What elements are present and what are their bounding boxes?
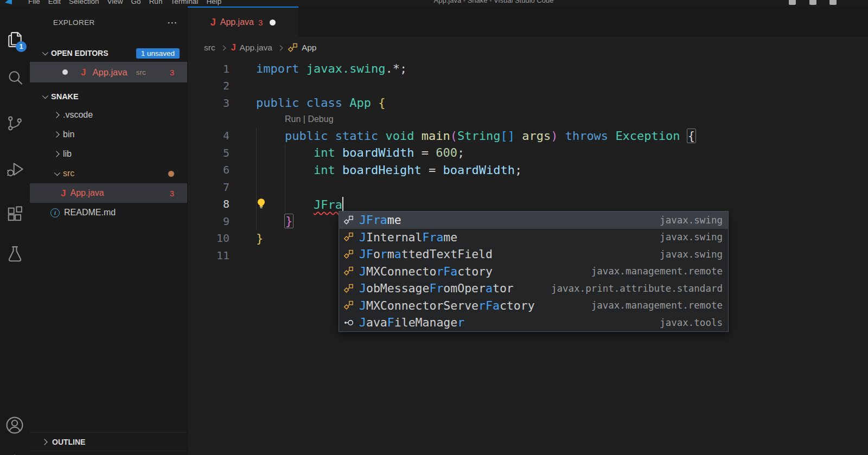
line-number: 7 [188,181,229,194]
codelens-run[interactable]: Run [285,114,301,124]
token: int [314,163,335,177]
file-App.java[interactable]: JApp.java3 [30,183,187,203]
breadcrumb-src[interactable]: src [204,43,215,53]
tab-app-java[interactable]: J App.java 3 [188,7,298,37]
unsaved-dot-icon[interactable] [270,20,276,25]
token: int [314,146,335,159]
code-line-2[interactable]: 2 [188,78,868,95]
suggestion-package: javax.management.remote [591,266,723,277]
menu-selection[interactable]: Selection [69,0,99,5]
code-line-6[interactable]: 6 int boardHeight = boardWidth; [188,162,868,179]
token: public [256,96,299,110]
run-and-debug-icon[interactable] [6,161,24,178]
suggestion-JMXConnectorServerFactory[interactable]: JMXConnectorServerFactoryjavax.managemen… [339,297,728,315]
menubar: FileEditSelectionViewGoRunTerminalHelp [28,0,229,6]
menu-help[interactable]: Help [206,0,221,5]
open-editor-App.java[interactable]: JApp.javasrc3 [30,62,187,82]
code-line-8[interactable]: 8 JFra [188,196,868,213]
suggestion-package: javax.swing [660,215,723,226]
info-icon: i [50,208,60,217]
tab-error-count: 3 [258,18,263,27]
code-line-5[interactable]: 5 int boardWidth = 600; [188,144,868,162]
minimize-icon[interactable] [789,0,796,5]
more-actions-button[interactable]: ⋯ [167,16,177,29]
chevron-down-icon [42,49,48,55]
panel-outline[interactable]: OUTLINE [30,432,187,451]
token [378,129,385,143]
suggestion-label: JInternalFrame [359,230,457,244]
menu-file[interactable]: File [28,0,40,5]
token [558,129,565,143]
testing-icon[interactable] [6,245,24,262]
tab-label: App.java [220,17,254,27]
token: = [414,146,436,159]
token: 600 [436,146,457,159]
panel-timeline[interactable]: TIMELINE [30,451,187,455]
token: { [378,96,385,110]
file-name: App.java [70,188,104,198]
suggestion-JFrame[interactable]: JFramejavax.swing [339,212,728,229]
token: Exception [615,129,680,143]
menu-run[interactable]: Run [149,0,163,5]
folder-name: lib [63,149,72,159]
line-number: 4 [188,129,229,142]
suggestion-JMXConnectorFactory[interactable]: JMXConnectorFactoryjavax.management.remo… [339,263,728,280]
suggestion-label: JobMessageFromOperator [359,281,514,295]
suggestion-package: javax.swing [660,232,723,242]
folder-.vscode[interactable]: .vscode [30,105,187,125]
java-file-icon: J [81,68,86,77]
suggestion-package: javax.management.remote [591,300,723,311]
breadcrumb: src J App.java App [188,37,868,59]
search-icon[interactable] [6,69,24,87]
source-control-icon[interactable] [6,114,24,132]
class-symbol-icon [342,266,355,276]
lightbulb-icon[interactable] [256,198,266,212]
menu-edit[interactable]: Edit [48,0,61,5]
tab-bar: J App.java 3 [188,7,868,37]
java-file-icon: J [231,43,236,52]
token [680,129,687,143]
token: ( [450,129,457,143]
java-file-icon: J [210,17,216,27]
token: throws [565,129,608,143]
breadcrumb-file[interactable]: App.java [240,43,272,53]
chevron-right-icon [53,151,59,157]
code-line-7[interactable]: 7 [188,178,868,196]
class-symbol-icon [342,300,355,310]
menu-view[interactable]: View [107,0,123,5]
token [608,129,615,143]
explorer-badge: 1 [16,41,27,52]
token [256,129,285,143]
close-icon[interactable] [829,0,837,5]
workspace-header[interactable]: SNAKE [30,88,187,105]
folder-src[interactable]: src [30,164,187,183]
maximize-icon[interactable] [809,0,816,5]
file-name: README.md [64,208,116,217]
folder-lib[interactable]: lib [30,144,187,164]
codelens-row: Run | Debug [188,112,868,127]
open-editors-header[interactable]: OPEN EDITORS 1 unsaved [30,44,187,62]
breadcrumb-symbol[interactable]: App [302,43,317,53]
codelens-debug[interactable]: Debug [308,114,333,124]
extensions-icon[interactable] [6,206,24,223]
suggestion-JavaFileManager[interactable]: JavaFileManagerjavax.tools [339,314,728,331]
suggestion-JobMessageFromOperator[interactable]: JobMessageFromOperatorjavax.print.attrib… [339,280,728,297]
class-symbol-icon [342,232,355,242]
account-icon[interactable] [5,415,24,435]
suggestion-JFormattedTextField[interactable]: JFormattedTextFieldjavax.swing [339,246,728,263]
line-content: } [229,214,293,228]
suggestion-JInternalFrame[interactable]: JInternalFramejavax.swing [339,229,728,246]
folder-bin[interactable]: bin [30,125,187,144]
unsaved-badge: 1 unsaved [136,48,180,59]
activity-bar: 1 [0,7,30,455]
file-README.md[interactable]: iREADME.md [30,203,187,222]
intellisense-suggest-widget: JFramejavax.swingJInternalFramejavax.swi… [339,211,729,332]
token: import [256,62,299,75]
code-line-3[interactable]: 3public class App { [188,94,868,112]
menu-terminal[interactable]: Terminal [170,0,198,5]
code-line-4[interactable]: 4 public static void main(String[] args)… [188,127,868,145]
modified-dot-icon[interactable] [62,69,68,75]
menu-go[interactable]: Go [131,0,141,5]
token: } [256,232,263,245]
code-line-1[interactable]: 1import javax.swing.*; [188,60,868,78]
